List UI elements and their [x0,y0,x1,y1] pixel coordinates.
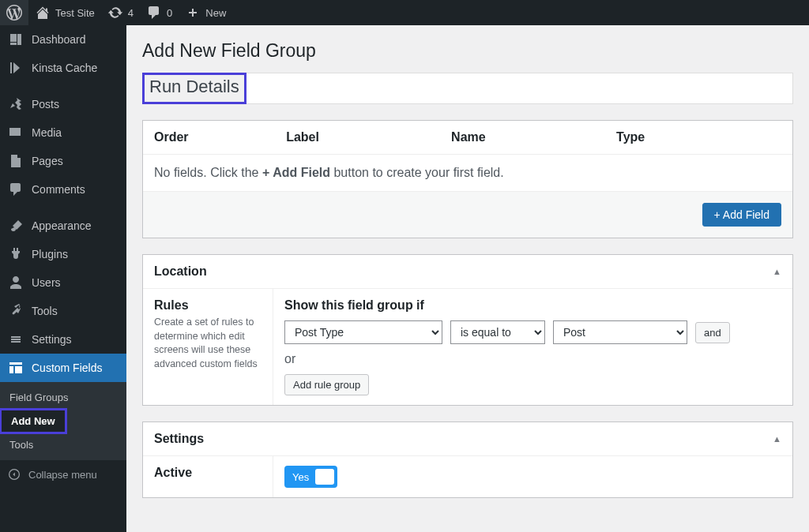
rule-value-select[interactable]: Post [553,320,687,344]
col-name: Name [451,130,616,144]
submenu-field-groups[interactable]: Field Groups [0,387,126,408]
panel-toggle-icon[interactable]: ▲ [773,267,781,276]
plug-icon [8,246,24,262]
show-if-label: Show this field group if [284,298,781,313]
fields-empty-message: No fields. Click the + Add Field button … [143,155,792,192]
fields-panel: Order Label Name Type No fields. Click t… [142,120,793,238]
rule-and-button[interactable]: and [695,322,730,343]
active-toggle[interactable]: Yes [284,466,337,488]
updates-count: 4 [128,7,134,19]
wrench-icon [8,303,24,319]
home-icon [35,5,51,21]
location-panel: Location ▲ Rules Create a set of rules t… [142,254,793,406]
submenu-tools[interactable]: Tools [0,434,126,455]
pin-icon [8,96,24,112]
sidebar-item-media[interactable]: Media [0,118,126,147]
panel-toggle-icon[interactable]: ▲ [773,434,781,444]
sidebar-item-plugins[interactable]: Plugins [0,240,126,268]
settings-header[interactable]: Settings ▲ [143,422,792,456]
main-content: Add New Field Group Run Details Order La… [126,25,809,532]
admin-topbar: Test Site 4 0 New [0,0,809,25]
rule-param-select[interactable]: Post Type [284,320,442,344]
sidebar-item-custom-fields[interactable]: Custom Fields [0,354,126,382]
new-label: New [205,7,226,19]
rule-operator-select[interactable]: is equal to [450,320,545,344]
user-icon [8,275,24,290]
wordpress-icon [6,5,22,21]
updates-link[interactable]: 4 [101,0,140,25]
title-input-wrap: Run Details [142,73,793,104]
col-type: Type [616,130,781,144]
active-toggle-label: Yes [292,471,309,483]
settings-content: Yes [273,456,792,497]
settings-heading: Settings [154,432,204,446]
location-header[interactable]: Location ▲ [143,255,792,289]
admin-sidebar: Dashboard Kinsta Cache Posts Media Pages… [0,25,126,532]
add-rule-group-button[interactable]: Add rule group [284,374,369,395]
settings-side: Active [143,456,273,497]
location-content: Show this field group if Post Type is eq… [273,289,792,405]
rule-or-label: or [284,352,781,366]
group-title-input[interactable] [246,73,793,104]
plus-icon [185,5,201,21]
sidebar-item-comments[interactable]: Comments [0,175,126,204]
comments-count: 0 [167,7,172,19]
collapse-menu[interactable]: Collapse menu [0,460,126,489]
wp-logo[interactable] [0,0,28,25]
group-title-value[interactable]: Run Details [149,77,239,96]
collapse-icon [8,468,21,481]
submenu-add-new[interactable]: Add New [2,410,65,432]
update-icon [107,5,123,21]
comments-link[interactable]: 0 [140,0,179,25]
site-link[interactable]: Test Site [28,0,101,25]
comment-icon [146,5,162,21]
custom-fields-submenu: Field Groups Add New Tools [0,382,126,460]
layout-icon [8,360,24,376]
dashboard-icon [8,32,24,47]
sidebar-item-appearance[interactable]: Appearance [0,212,126,240]
settings-panel: Settings ▲ Active Yes [142,421,793,498]
sidebar-item-kinsta[interactable]: Kinsta Cache [0,54,126,82]
sidebar-item-settings[interactable]: Settings [0,325,126,354]
sidebar-item-pages[interactable]: Pages [0,147,126,175]
site-name: Test Site [55,7,95,19]
col-label: Label [286,130,451,144]
brush-icon [8,218,24,234]
settings-icon [8,332,24,347]
new-link[interactable]: New [179,0,232,25]
toggle-knob [315,469,334,485]
rules-description: Create a set of rules to determine which… [154,316,262,371]
media-icon [8,125,24,140]
page-icon [8,153,24,169]
sidebar-item-dashboard[interactable]: Dashboard [0,25,126,54]
col-order: Order [154,130,286,144]
add-field-button[interactable]: + Add Field [702,203,781,227]
sidebar-item-users[interactable]: Users [0,268,126,297]
fields-table-head: Order Label Name Type [143,121,792,155]
sidebar-item-tools[interactable]: Tools [0,297,126,325]
rules-label: Rules [154,298,262,313]
location-heading: Location [154,264,207,279]
rule-row: Post Type is equal to Post and [284,320,781,344]
page-title: Add New Field Group [142,33,793,68]
kinsta-icon [8,60,24,76]
comments-icon [8,182,24,197]
location-side: Rules Create a set of rules to determine… [143,289,273,405]
active-label: Active [154,466,262,480]
sidebar-item-posts[interactable]: Posts [0,90,126,118]
fields-footer: + Add Field [143,192,792,238]
